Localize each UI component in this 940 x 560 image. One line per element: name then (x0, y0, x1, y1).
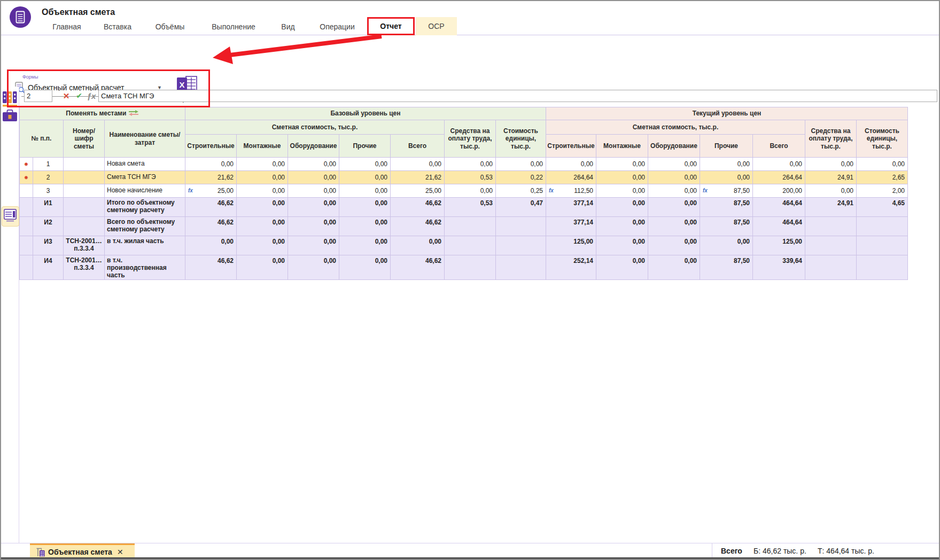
value-cell[interactable]: 46,62 (185, 217, 237, 236)
value-cell[interactable]: 21,62 (185, 171, 237, 184)
value-cell[interactable]: 4,65 (857, 198, 908, 217)
value-cell[interactable]: 464,64 (753, 217, 805, 236)
value-cell[interactable]: 0,00 (648, 217, 700, 236)
value-cell[interactable] (496, 255, 546, 280)
value-cell[interactable]: 0,00 (648, 184, 700, 198)
value-cell[interactable]: 0,00 (237, 236, 288, 255)
value-cell[interactable]: 87,50 (700, 198, 753, 217)
value-cell[interactable]: 0,53 (445, 198, 496, 217)
value-cell[interactable]: 0,00 (700, 158, 753, 171)
value-cell[interactable]: 25,00 (391, 184, 445, 198)
tab-vstavka[interactable]: Вставка (98, 19, 137, 34)
row-name-cell[interactable]: Новая смета (105, 158, 185, 171)
value-cell[interactable]: fx112,50 (546, 184, 596, 198)
row-name-cell[interactable]: Новое начисление (105, 184, 185, 198)
value-cell[interactable]: 0,00 (237, 217, 288, 236)
value-cell[interactable]: 46,62 (185, 198, 237, 217)
row-name-cell[interactable]: Смета ТСН МГЭ (105, 171, 185, 184)
tab-osr[interactable]: ОСР (416, 17, 457, 35)
value-cell[interactable]: 0,00 (596, 217, 648, 236)
value-cell[interactable]: 125,00 (546, 236, 596, 255)
value-cell[interactable]: 0,22 (496, 171, 546, 184)
table-row[interactable]: И2Всего по объектному сметному расчету46… (20, 217, 908, 236)
row-name-cell[interactable]: в т.ч. жилая часть (105, 236, 185, 255)
row-number-cell[interactable]: 3 (33, 184, 64, 198)
value-cell[interactable]: 0,00 (596, 255, 648, 280)
value-cell[interactable]: 0,00 (185, 158, 237, 171)
tab-glavnaya[interactable]: Главная (48, 19, 86, 34)
table-row[interactable]: И1Итого по объектному сметному расчету46… (20, 198, 908, 217)
value-cell[interactable]: 2,00 (857, 184, 908, 198)
value-cell[interactable]: 0,00 (339, 198, 391, 217)
value-cell[interactable]: 46,62 (391, 255, 445, 280)
value-cell[interactable]: 0,00 (546, 158, 596, 171)
value-cell[interactable]: 0,25 (496, 184, 546, 198)
value-cell[interactable]: 0,00 (288, 184, 339, 198)
value-cell[interactable]: 0,00 (805, 184, 857, 198)
value-cell[interactable]: fx87,50 (700, 184, 753, 198)
value-cell[interactable]: 0,47 (496, 198, 546, 217)
value-cell[interactable]: 24,91 (805, 198, 857, 217)
formula-text-input[interactable] (98, 90, 937, 102)
value-cell[interactable]: 377,14 (546, 198, 596, 217)
value-cell[interactable]: 0,00 (648, 236, 700, 255)
value-cell[interactable]: 200,00 (753, 184, 805, 198)
value-cell[interactable]: 0,00 (596, 198, 648, 217)
value-cell[interactable]: 0,00 (700, 236, 753, 255)
value-cell[interactable]: 0,00 (339, 255, 391, 280)
value-cell[interactable] (496, 236, 546, 255)
row-number-cell[interactable]: 1 (33, 158, 64, 171)
document-tab[interactable]: Объектная смета ✕ (30, 543, 135, 559)
row-name-cell[interactable]: Всего по объектному сметному расчету (105, 217, 185, 236)
value-cell[interactable]: 2,65 (857, 171, 908, 184)
value-cell[interactable]: 0,00 (339, 171, 391, 184)
value-cell[interactable]: 339,64 (753, 255, 805, 280)
value-cell[interactable]: 0,00 (339, 217, 391, 236)
value-cell[interactable]: 0,00 (288, 255, 339, 280)
row-code-cell[interactable] (64, 217, 105, 236)
value-cell[interactable]: 0,00 (237, 158, 288, 171)
value-cell[interactable]: 0,00 (596, 158, 648, 171)
row-number-cell[interactable]: 2 (33, 171, 64, 184)
row-code-cell[interactable] (64, 184, 105, 198)
value-cell[interactable]: 0,00 (185, 236, 237, 255)
value-cell[interactable]: 0,00 (237, 184, 288, 198)
value-cell[interactable]: 0,00 (288, 171, 339, 184)
value-cell[interactable]: 0,00 (237, 171, 288, 184)
value-cell[interactable]: 0,00 (339, 236, 391, 255)
value-cell[interactable]: 0,00 (596, 236, 648, 255)
value-cell[interactable]: 0,00 (339, 158, 391, 171)
row-name-cell[interactable]: в т.ч. производственная часть (105, 255, 185, 280)
row-number-cell[interactable]: И1 (33, 198, 64, 217)
value-cell[interactable] (445, 217, 496, 236)
swap-arrows-icon[interactable] (128, 110, 139, 116)
row-number-cell[interactable]: И4 (33, 255, 64, 280)
value-cell[interactable] (445, 255, 496, 280)
table-row[interactable]: И4ТСН-2001… п.3.3.4в т.ч. производственн… (20, 255, 908, 280)
value-cell[interactable]: 0,00 (753, 158, 805, 171)
value-cell[interactable]: 0,00 (445, 158, 496, 171)
tab-obyomy[interactable]: Объёмы (151, 19, 189, 34)
report-table-icon[interactable] (4, 209, 17, 222)
table-row[interactable]: ✸1Новая смета0,000,000,000,000,000,000,0… (20, 158, 908, 171)
value-cell[interactable]: 0,00 (288, 158, 339, 171)
value-cell[interactable]: 125,00 (753, 236, 805, 255)
value-cell[interactable]: fx25,00 (185, 184, 237, 198)
value-cell[interactable]: 0,00 (648, 198, 700, 217)
value-cell[interactable]: 0,53 (445, 171, 496, 184)
value-cell[interactable]: 24,91 (805, 171, 857, 184)
value-cell[interactable] (445, 236, 496, 255)
table-row[interactable]: И3ТСН-2001… п.3.3.4в т.ч. жилая часть0,0… (20, 236, 908, 255)
value-cell[interactable]: 46,62 (391, 198, 445, 217)
value-cell[interactable]: 46,62 (185, 255, 237, 280)
value-cell[interactable]: 264,64 (546, 171, 596, 184)
value-cell[interactable]: 464,64 (753, 198, 805, 217)
value-cell[interactable] (857, 236, 908, 255)
row-code-cell[interactable] (64, 158, 105, 171)
value-cell[interactable]: 0,00 (237, 198, 288, 217)
row-number-cell[interactable]: И3 (33, 236, 64, 255)
row-code-cell[interactable] (64, 171, 105, 184)
value-cell[interactable]: 0,00 (496, 158, 546, 171)
value-cell[interactable]: 0,00 (339, 184, 391, 198)
value-cell[interactable]: 87,50 (700, 255, 753, 280)
